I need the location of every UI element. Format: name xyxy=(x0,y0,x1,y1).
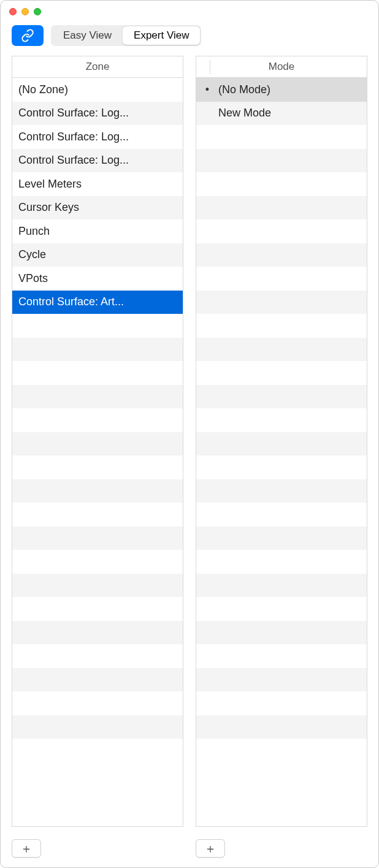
table-row[interactable] xyxy=(196,668,367,692)
mode-column-header[interactable]: Mode xyxy=(196,56,367,78)
table-row[interactable] xyxy=(196,314,367,338)
table-row[interactable] xyxy=(12,432,183,456)
column-separator xyxy=(210,60,210,74)
zone-item-label: Cursor Keys xyxy=(18,201,183,214)
zone-item-label: Punch xyxy=(18,225,183,238)
table-row[interactable] xyxy=(12,385,183,409)
table-row[interactable] xyxy=(12,314,183,338)
table-row[interactable] xyxy=(196,527,367,550)
table-row[interactable] xyxy=(196,503,367,527)
table-row[interactable]: Punch xyxy=(12,219,183,243)
table-row[interactable] xyxy=(196,597,367,621)
table-row[interactable] xyxy=(12,739,183,763)
table-row[interactable] xyxy=(12,691,183,715)
table-row[interactable] xyxy=(196,219,367,243)
add-mode-button[interactable]: ＋ xyxy=(196,839,225,858)
content-area: Zone (No Zone)Control Surface: Log...Con… xyxy=(1,56,378,833)
add-zone-button[interactable]: ＋ xyxy=(12,839,41,858)
table-row[interactable] xyxy=(12,408,183,432)
plus-icon: ＋ xyxy=(20,842,33,855)
toolbar: Easy View Expert View xyxy=(1,23,378,56)
table-row[interactable]: •(No Mode) xyxy=(196,78,367,102)
tab-expert-view[interactable]: Expert View xyxy=(123,26,200,45)
table-row[interactable] xyxy=(12,574,183,598)
table-row[interactable] xyxy=(196,385,367,409)
table-row[interactable] xyxy=(12,455,183,479)
bullet-indicator: • xyxy=(196,83,218,96)
titlebar xyxy=(1,1,378,23)
zone-item-label: Level Meters xyxy=(18,178,183,191)
footer: ＋ ＋ xyxy=(1,833,378,867)
table-row[interactable] xyxy=(12,338,183,362)
zone-item-label: Control Surface: Log... xyxy=(18,154,183,167)
table-row[interactable] xyxy=(12,644,183,668)
table-row[interactable] xyxy=(12,621,183,645)
table-row[interactable] xyxy=(196,196,367,220)
table-row[interactable] xyxy=(196,644,367,668)
table-row[interactable] xyxy=(196,715,367,739)
table-row[interactable] xyxy=(196,739,367,763)
table-row[interactable]: Control Surface: Log... xyxy=(12,125,183,149)
table-row[interactable] xyxy=(12,479,183,503)
table-row[interactable] xyxy=(196,479,367,503)
link-button[interactable] xyxy=(12,25,44,46)
table-row[interactable]: Cursor Keys xyxy=(12,196,183,220)
zone-list[interactable]: (No Zone)Control Surface: Log...Control … xyxy=(12,78,183,826)
table-row[interactable]: (No Zone) xyxy=(12,78,183,102)
zone-item-label: (No Zone) xyxy=(18,83,183,96)
table-row[interactable] xyxy=(12,361,183,385)
close-window-button[interactable] xyxy=(9,8,17,15)
table-row[interactable]: Level Meters xyxy=(12,172,183,196)
mode-list[interactable]: •(No Mode)New Mode xyxy=(196,78,367,826)
table-row[interactable]: Control Surface: Art... xyxy=(12,291,183,314)
table-row[interactable] xyxy=(196,267,367,291)
table-row[interactable] xyxy=(196,291,367,314)
table-row[interactable] xyxy=(196,172,367,196)
zone-item-label: VPots xyxy=(18,272,183,285)
table-row[interactable] xyxy=(196,621,367,645)
table-row[interactable] xyxy=(12,668,183,692)
table-row[interactable] xyxy=(12,715,183,739)
table-row[interactable] xyxy=(196,408,367,432)
table-row[interactable] xyxy=(196,149,367,173)
link-icon xyxy=(21,29,34,42)
zone-column-header[interactable]: Zone xyxy=(12,56,183,78)
table-row[interactable]: Control Surface: Log... xyxy=(12,102,183,126)
table-row[interactable] xyxy=(196,455,367,479)
table-row[interactable]: New Mode xyxy=(196,102,367,126)
table-row[interactable] xyxy=(12,503,183,527)
table-row[interactable] xyxy=(196,338,367,362)
table-row[interactable] xyxy=(12,550,183,574)
minimize-window-button[interactable] xyxy=(21,8,29,15)
plus-icon: ＋ xyxy=(204,842,216,855)
table-row[interactable] xyxy=(196,574,367,598)
mode-item-label: (No Mode) xyxy=(218,83,367,96)
zone-panel: Zone (No Zone)Control Surface: Log...Con… xyxy=(12,56,183,827)
table-row[interactable] xyxy=(196,432,367,456)
table-row[interactable]: Control Surface: Log... xyxy=(12,149,183,173)
zoom-window-button[interactable] xyxy=(34,8,41,15)
table-row[interactable] xyxy=(196,550,367,574)
table-row[interactable] xyxy=(12,597,183,621)
table-row[interactable]: Cycle xyxy=(12,243,183,267)
table-row[interactable] xyxy=(196,691,367,715)
table-row[interactable]: VPots xyxy=(12,267,183,291)
zone-item-label: Control Surface: Log... xyxy=(18,107,183,120)
table-row[interactable] xyxy=(196,361,367,385)
table-row[interactable] xyxy=(196,125,367,149)
zone-item-label: Control Surface: Log... xyxy=(18,131,183,143)
zone-item-label: Control Surface: Art... xyxy=(18,295,183,308)
mode-item-label: New Mode xyxy=(218,107,367,120)
window: Easy View Expert View Zone (No Zone)Cont… xyxy=(0,0,379,868)
tab-easy-view[interactable]: Easy View xyxy=(52,26,123,45)
view-segmented-control: Easy View Expert View xyxy=(51,25,201,46)
mode-panel: Mode •(No Mode)New Mode xyxy=(196,56,367,827)
table-row[interactable] xyxy=(12,527,183,550)
zone-item-label: Cycle xyxy=(18,248,183,261)
table-row[interactable] xyxy=(196,243,367,267)
